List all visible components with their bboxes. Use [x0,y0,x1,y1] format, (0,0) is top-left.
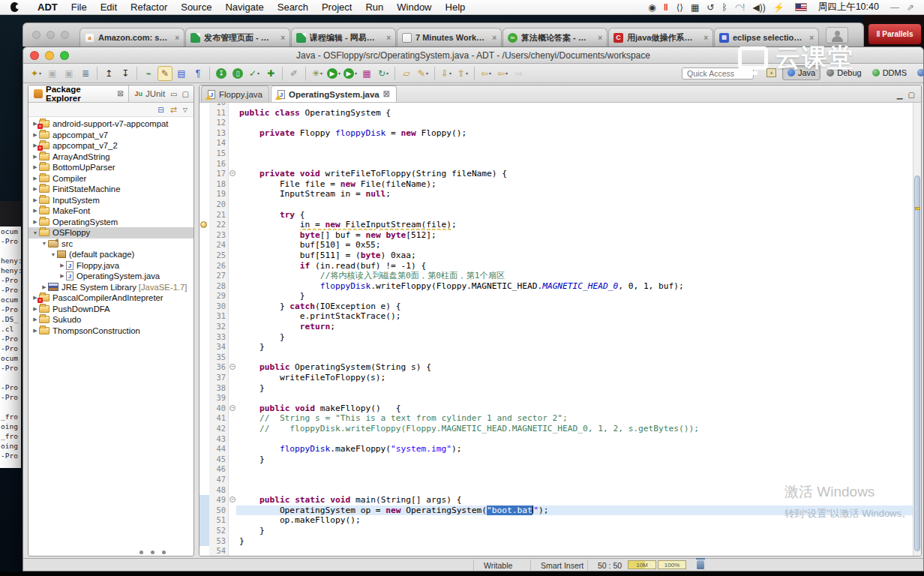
pilcrow-icon[interactable]: ¶ [190,66,206,81]
screen-record-icon[interactable]: ◉ [644,2,659,13]
code-line-17[interactable]: 17− private void writeFileToFloppy(Strin… [200,169,913,179]
collapse-all-icon[interactable]: ⊟ [158,106,164,114]
close-icon[interactable]: × [809,34,814,42]
menu-item-adt[interactable]: ADT [31,2,64,13]
code-line-26[interactable]: 26 if (in.read(buf) != -1) { [200,261,913,272]
time-machine-icon[interactable]: ↺ [703,2,718,13]
expand-arrow-icon[interactable]: ▶ [32,164,39,170]
tree-item-bottomupparser[interactable]: ▶BottomUpParser [28,162,194,173]
expand-arrow-icon[interactable]: ▶ [32,208,39,214]
code-line-21[interactable]: 21 try { [200,210,913,220]
code-line-32[interactable]: 32 return; [200,322,913,332]
menu-bar-clock[interactable]: 周四上午10:40 [814,1,884,14]
open-perspective-button[interactable]: + [762,65,781,80]
menu-item-search[interactable]: Search [271,2,315,13]
tree-item-appcompat-v7-2[interactable]: ▶appcompat_v7_2 [28,140,194,152]
tree-item-finitstatemachine[interactable]: ▶FinitStateMachine [28,184,194,195]
code-line-27[interactable]: 27 //将内核读入到磁盘第0面，第0柱面，第1个扇区 [200,271,913,281]
code-line-13[interactable]: 13 private Floppy floppyDisk = new Flopp… [200,128,913,139]
code-line-14[interactable]: 14 [200,138,913,148]
expand-arrow-icon[interactable]: ▶ [32,176,39,182]
tree-item-operatingsystem[interactable]: ▶OperatingSystem [28,217,194,228]
fold-collapse-icon[interactable]: − [230,170,236,176]
tree-item-makefont[interactable]: ▶MakeFont [28,206,194,217]
refresh-icon[interactable]: ↻▾ [376,66,391,81]
menu-item-file[interactable]: File [64,2,94,13]
code-brackets-icon[interactable]: ⟨⟩ [673,2,687,13]
bluetooth-icon[interactable]: ᛒ [718,2,730,13]
code-line-43[interactable]: 43 [200,434,913,445]
wifi-alert-icon[interactable]: ◠! [731,2,749,13]
collapse-arrow-icon[interactable]: ▼ [32,230,39,236]
expand-arrow-icon[interactable]: ▶ [32,316,39,322]
paintbrush-icon[interactable]: ✎ [158,66,172,81]
code-line-41[interactable]: 41 // String s = "This is a text from cy… [200,413,913,424]
tree-item--default-package-[interactable]: ▼(default package) [28,249,194,260]
keyboard-icon[interactable]: ▦ [687,2,703,13]
editor-maximize-icon[interactable]: ▢ [908,91,915,99]
menu-item-edit[interactable]: Edit [94,2,124,13]
sdk-manager-icon[interactable]: ⌁ [141,66,156,81]
code-line-45[interactable]: 45 } [200,454,913,465]
code-line-48[interactable]: 48 [200,485,913,496]
export-icon[interactable]: ↧ [118,66,133,81]
editor-tab-operatingsystem-java[interactable]: JOperatingSystem.java☒ [271,86,397,102]
browser-tab[interactable]: in算法概论答案 - 豆丁网× [502,28,608,46]
tree-item-compiler[interactable]: ▶Compiler [28,173,194,184]
prev-annotation-icon[interactable]: ⇧▾ [455,66,470,81]
next-annotation-icon[interactable]: ⇩▾ [439,66,454,81]
tree-item-android-support-v7-appcompat[interactable]: ▶android-support-v7-appcompat [28,118,194,130]
code-line-30[interactable]: 30 } catch(IOException e) { [200,302,913,312]
menu-item-refactor[interactable]: Refactor [124,2,174,13]
new-wizard-icon[interactable]: ✦▾ [28,66,44,81]
link-with-editor-icon[interactable]: ⇄ [170,105,177,115]
code-line-23[interactable]: 23 byte[] buf = new byte[512]; [200,230,913,241]
perspective-java[interactable]: Java [782,65,820,80]
menu-item-navigate[interactable]: Navigate [218,2,270,13]
tree-item-thompsonconstruction[interactable]: ▶ThompsonConstruction [28,326,194,337]
code-line-10[interactable]: 10 [200,103,913,108]
code-line-28[interactable]: 28 floppyDisk.writeFloppy(Floppy.MAGNETI… [200,281,913,292]
expand-arrow-icon[interactable]: ▶ [32,219,39,225]
editor-scrollbar[interactable] [913,103,921,556]
expand-arrow-icon[interactable]: ▶ [40,284,48,290]
expand-arrow-icon[interactable]: ▶ [58,262,66,268]
close-icon[interactable]: × [492,34,496,42]
resize-arrow-icon[interactable]: ⇗ [903,2,918,13]
browser-window[interactable]: aAmazon.com: search×发布管理页面 - 网易云×课程编辑 - … [22,22,864,46]
code-line-34[interactable]: 34 } [200,342,913,352]
code-line-38[interactable]: 38 } [200,383,913,394]
menu-item-source[interactable]: Source [174,2,218,13]
back-history-icon[interactable]: ⇦▾ [478,66,494,81]
expand-arrow-icon[interactable]: ▶ [32,154,39,160]
forward-history-icon[interactable]: ⇦▾ [495,66,510,81]
code-line-24[interactable]: 24 buf[510] = 0x55; [200,240,913,250]
fold-collapse-icon[interactable]: − [230,496,236,502]
code-line-51[interactable]: 51 op.makeFllopy(); [200,515,913,526]
print-icon[interactable]: ≣ [78,66,93,81]
lint-check-icon[interactable]: ✓▾ [247,66,262,81]
emulator-icon[interactable]: ▯ [230,66,245,81]
mark-occurrences-icon[interactable]: ✎▾ [416,66,430,81]
code-line-54[interactable]: 54 [200,546,913,556]
tree-item-osfloppy[interactable]: ▼OSFloppy [28,227,194,238]
profile-grid-icon[interactable]: ▦ [359,66,374,81]
tab-package-explorer[interactable]: Package Explorer ☒ [28,86,129,102]
tree-item-pushdowndfa[interactable]: ▶PushDownDFA [28,304,194,315]
expand-arrow-icon[interactable]: ▶ [32,328,39,334]
background-terminal-window[interactable]: ocum -Pro heny: heny: -Pro -Pro ocum -Pr… [0,201,21,468]
tree-item-arrayandstring[interactable]: ▶ArrayAndString [28,152,194,163]
expand-arrow-icon[interactable]: ▶ [32,132,39,138]
code-line-46[interactable]: 46 [200,464,913,475]
view-minimize-icon[interactable]: ▭ [170,90,177,98]
collapse-arrow-icon[interactable]: ▼ [40,241,48,246]
fold-collapse-icon[interactable]: − [230,405,236,411]
code-line-42[interactable]: 42 // floppyDisk.writeFloppy(Floppy.MAGN… [200,424,913,434]
browser-zoom-button[interactable] [61,31,69,39]
editor-tab-floppy-java[interactable]: JFloppy.java [201,86,269,102]
run-gc-trash-icon[interactable] [697,560,704,569]
external-tools-icon[interactable]: ✳▾ [310,66,325,81]
browser-close-button[interactable] [32,31,40,39]
view-menu-icon[interactable]: ▽ [183,106,188,113]
code-line-50[interactable]: 50 OperatingSystem op = new OperatingSys… [200,506,913,516]
